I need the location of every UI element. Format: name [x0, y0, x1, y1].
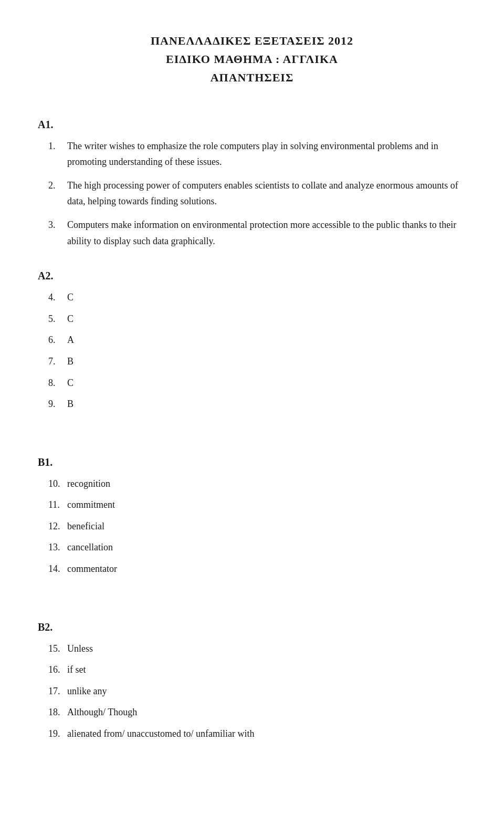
answer-16-number: 16. — [48, 662, 67, 678]
answer-10: 10. recognition — [48, 476, 466, 492]
answer-5-number: 5. — [48, 311, 67, 327]
question-2-number: 2. — [48, 177, 67, 210]
header-line1: ΠΑΝΕΛΛΑΔΙΚΕΣ ΕΞΕΤΑΣΕΙΣ 2012 — [151, 34, 353, 47]
section-a2-block: 4. C 5. C 6. A 7. B 8. C 9. B — [38, 289, 466, 412]
answer-14-text: commentator — [67, 561, 117, 577]
answer-11-number: 11. — [48, 497, 67, 513]
section-b2-label: B2. — [38, 621, 466, 633]
answer-12: 12. beneficial — [48, 518, 466, 535]
answer-6: 6. A — [48, 332, 466, 348]
answer-12-text: beneficial — [67, 518, 104, 535]
answer-18-text: Although/ Though — [67, 704, 137, 720]
answer-5: 5. C — [48, 311, 466, 327]
section-b2-block: 15. Unless 16. if set 17. unlike any 18.… — [38, 641, 466, 742]
answer-8-text: C — [67, 375, 74, 391]
answer-13-number: 13. — [48, 539, 67, 556]
answer-19-number: 19. — [48, 726, 67, 742]
answer-19: 19. alienated from/ unaccustomed to/ unf… — [48, 726, 466, 742]
answer-8-number: 8. — [48, 375, 67, 391]
answer-16-text: if set — [67, 662, 86, 678]
answer-4: 4. C — [48, 289, 466, 306]
answer-15-number: 15. — [48, 641, 67, 657]
question-1-text: The writer wishes to emphasize the role … — [67, 138, 466, 170]
answer-14-number: 14. — [48, 561, 67, 577]
answer-14: 14. commentator — [48, 561, 466, 577]
answer-7: 7. B — [48, 353, 466, 370]
header-line3: ΑΠΑΝΤΗΣΕΙΣ — [211, 71, 294, 84]
answer-5-text: C — [67, 311, 74, 327]
answer-13-text: cancellation — [67, 539, 113, 556]
answer-11: 11. commitment — [48, 497, 466, 513]
answer-6-text: A — [67, 332, 74, 348]
question-2-text: The high processing power of computers e… — [67, 177, 466, 210]
question-1-number: 1. — [48, 138, 67, 170]
answer-15: 15. Unless — [48, 641, 466, 657]
question-3-text: Computers make information on environmen… — [67, 217, 466, 249]
header-line2: ΕΙΔΙΚΟ ΜΑΘΗΜΑ : ΑΓΓΛΙΚΑ — [166, 53, 338, 66]
question-2: 2. The high processing power of computer… — [48, 177, 466, 210]
answer-12-number: 12. — [48, 518, 67, 535]
answer-13: 13. cancellation — [48, 539, 466, 556]
section-a2-label: Α2. — [38, 270, 466, 282]
answer-19-text: alienated from/ unaccustomed to/ unfamil… — [67, 726, 254, 742]
answer-16: 16. if set — [48, 662, 466, 678]
question-1: 1. The writer wishes to emphasize the ro… — [48, 138, 466, 170]
question-3: 3. Computers make information on environ… — [48, 217, 466, 249]
page-header: ΠΑΝΕΛΛΑΔΙΚΕΣ ΕΞΕΤΑΣΕΙΣ 2012 ΕΙΔΙΚΟ ΜΑΘΗΜ… — [38, 32, 466, 87]
answer-18: 18. Although/ Though — [48, 704, 466, 720]
answer-18-number: 18. — [48, 704, 67, 720]
answer-10-text: recognition — [67, 476, 110, 492]
answer-7-number: 7. — [48, 353, 67, 370]
answer-7-text: B — [67, 353, 74, 370]
answer-4-number: 4. — [48, 289, 67, 306]
answer-9: 9. B — [48, 396, 466, 412]
answer-4-text: C — [67, 289, 74, 306]
answer-10-number: 10. — [48, 476, 67, 492]
answer-11-text: commitment — [67, 497, 115, 513]
answer-17-text: unlike any — [67, 683, 107, 699]
answer-17-number: 17. — [48, 683, 67, 699]
section-a1-block: 1. The writer wishes to emphasize the ro… — [38, 138, 466, 249]
answer-6-number: 6. — [48, 332, 67, 348]
answer-9-number: 9. — [48, 396, 67, 412]
answer-9-text: B — [67, 396, 74, 412]
answer-8: 8. C — [48, 375, 466, 391]
answer-15-text: Unless — [67, 641, 93, 657]
answer-17: 17. unlike any — [48, 683, 466, 699]
section-b1-block: 10. recognition 11. commitment 12. benef… — [38, 476, 466, 577]
section-b1-label: B1. — [38, 456, 466, 468]
question-3-number: 3. — [48, 217, 67, 249]
section-a1-label: Α1. — [38, 119, 466, 131]
